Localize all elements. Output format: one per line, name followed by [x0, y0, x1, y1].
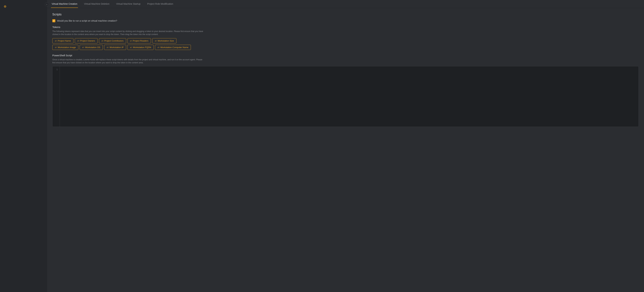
tag-icon: 🏷	[77, 40, 79, 42]
sidebar-collapse-button[interactable]: »	[45, 2, 49, 6]
tokens-grid: 🏷 Project Name 🏷 Project Owners 🏷 Projec…	[52, 38, 639, 50]
line-numbers: 1	[52, 66, 60, 127]
tokens-row-1: 🏷 Project Name 🏷 Project Owners 🏷 Projec…	[52, 38, 639, 43]
token-workstation-ip[interactable]: 🏷 Workstation IP	[104, 45, 126, 50]
tab-vm-startup[interactable]: Virtual Machine Startup	[116, 0, 141, 8]
tab-bar: Virtual Machine Creation Virtual Machine…	[47, 0, 644, 8]
tag-icon: 🏷	[130, 46, 132, 48]
tokens-title: Tokens	[52, 26, 639, 28]
powershell-title: PowerShell Script	[52, 54, 639, 57]
tab-vm-deletion[interactable]: Virtual Machine Deletion	[83, 0, 110, 8]
tag-icon: 🏷	[55, 46, 57, 48]
tag-icon: 🏷	[55, 40, 57, 42]
tag-icon: 🏷	[82, 46, 84, 48]
token-workstation-computer-name[interactable]: 🏷 Workstation Computer Name	[155, 45, 191, 50]
content-area: Scripts Would you like to run a script o…	[47, 8, 644, 292]
token-workstation-image[interactable]: 🏷 Workstation Image	[52, 45, 78, 50]
token-project-readers[interactable]: 🏷 Project Readers	[128, 38, 151, 43]
script-checkbox-row: Would you like to run a script on virtua…	[52, 19, 639, 22]
powershell-script-input[interactable]	[60, 66, 638, 127]
tag-icon: 🏷	[130, 40, 132, 42]
token-project-owners[interactable]: 🏷 Project Owners	[75, 38, 98, 43]
tokens-description: The following tokens represent data that…	[52, 30, 203, 36]
tag-icon: 🏷	[155, 40, 157, 42]
powershell-section: PowerShell Script Once a virtual machine…	[52, 54, 639, 127]
scripts-section-title: Scripts	[52, 13, 639, 16]
run-script-checkbox[interactable]	[52, 19, 55, 22]
token-workstation-size[interactable]: 🏷 Workstation Size	[152, 38, 176, 43]
tab-role-modification[interactable]: Project Role Modification	[146, 0, 174, 8]
run-script-label: Would you like to run a script on virtua…	[57, 19, 117, 22]
token-project-name[interactable]: 🏷 Project Name	[52, 38, 74, 43]
main-content: Virtual Machine Creation Virtual Machine…	[47, 0, 644, 292]
code-editor: 1	[52, 66, 639, 127]
token-project-contributors[interactable]: 🏷 Project Contributors	[99, 38, 126, 43]
token-workstation-fqdn[interactable]: 🏷 Workstation FQDN	[128, 45, 154, 50]
tokens-section: Tokens The following tokens represent da…	[52, 26, 639, 50]
add-item-button[interactable]: ⊕	[3, 4, 8, 9]
plus-circle-icon: ⊕	[4, 4, 6, 8]
tag-icon: 🏷	[102, 40, 103, 42]
tab-vm-creation[interactable]: Virtual Machine Creation	[51, 0, 78, 8]
tokens-row-2: 🏷 Workstation Image 🏷 Workstation OS 🏷 W…	[52, 45, 639, 50]
token-workstation-os[interactable]: 🏷 Workstation OS	[80, 45, 103, 50]
tag-icon: 🏷	[107, 46, 108, 48]
tag-icon: 🏷	[158, 46, 159, 48]
chevron-right-icon: »	[46, 3, 47, 5]
powershell-description: Once a virtual machine is created, Loome…	[52, 58, 203, 64]
sidebar: » ⊕	[0, 0, 47, 292]
